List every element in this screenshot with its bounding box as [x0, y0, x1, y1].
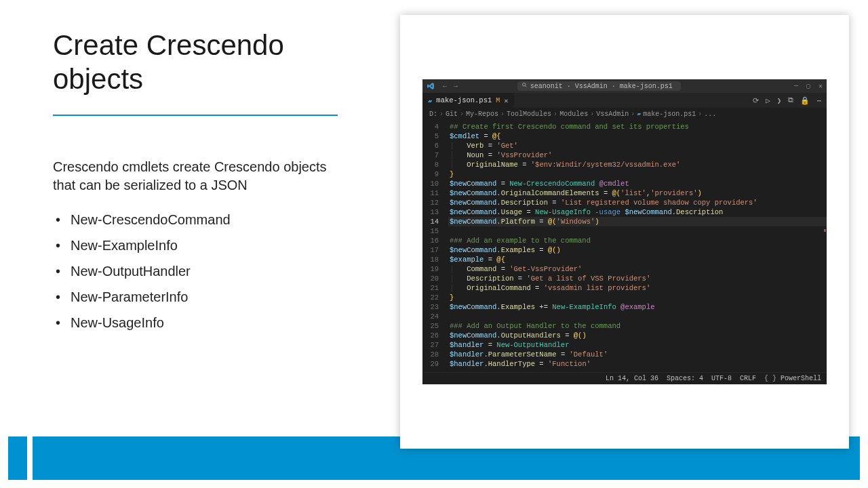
code-line: 16### Add an example to the command — [422, 236, 827, 245]
text-column: Create Crescendo objects Crescendo cmdle… — [53, 28, 344, 336]
run-icon[interactable]: ▷ — [766, 96, 770, 105]
code-line: 28$handler.ParameterSetName = 'Default' — [422, 350, 827, 359]
crumb[interactable]: make-json.ps1 — [643, 110, 696, 118]
close-icon[interactable]: ✕ — [818, 82, 823, 90]
command-center[interactable]: seanonit · VssAdmin · make-json.ps1 — [517, 81, 681, 91]
code-line: 13$newCommand.Usage = New-UsageInfo -usa… — [422, 207, 827, 217]
overview-ruler-marker — [824, 229, 826, 232]
tab-git-status: M — [496, 97, 500, 104]
crumb[interactable]: D: — [429, 110, 437, 118]
run-below-icon[interactable]: ⟳ — [753, 96, 759, 105]
code-line: 17$newCommand.Examples = @() — [422, 245, 827, 255]
statusbar: Ln 14, Col 36 Spaces: 4 UTF-8 CRLF { } P… — [422, 372, 827, 384]
status-position[interactable]: Ln 14, Col 36 — [606, 375, 658, 382]
tab-filename: make-json.ps1 — [436, 96, 492, 104]
crumb[interactable]: Modules — [559, 110, 588, 118]
split-editor-icon[interactable]: ⧉ — [788, 96, 793, 104]
status-spaces[interactable]: Spaces: 4 — [667, 375, 703, 382]
breadcrumbs[interactable]: D:› Git› My-Repos› ToolModules› Modules›… — [422, 108, 827, 121]
code-line: 25### Add an Output Handler to the comma… — [422, 321, 827, 331]
lock-icon[interactable]: 🔒 — [800, 96, 810, 105]
more-actions-icon[interactable]: ⋯ — [816, 96, 821, 105]
code-line: 8│ OriginalName = '$env:Windir/system32/… — [422, 160, 827, 169]
vscode-tab-row: ▰ make-json.ps1 M ✕ ⟳ ▷ ❯ ⧉ 🔒 ⋯ — [422, 93, 827, 108]
crumb[interactable]: ... — [704, 110, 716, 118]
code-line: 21│ OriginalCommand = 'vssadmin list pro… — [422, 283, 827, 293]
svg-point-0 — [522, 83, 526, 87]
tab-close-icon[interactable]: ✕ — [504, 96, 508, 105]
editor-tab[interactable]: ▰ make-json.ps1 M ✕ — [422, 93, 515, 108]
code-line: 4## Create first Crescendo command and s… — [422, 122, 827, 131]
list-item: New-OutputHandler — [53, 258, 344, 284]
code-line: 6│ Verb = 'Get' — [422, 141, 827, 150]
history-nav: ← → — [443, 83, 458, 90]
code-line: 29$handler.HandlerType = 'Function' — [422, 359, 827, 369]
powershell-file-icon: ▰ — [637, 110, 641, 118]
vscode-window: ← → seanonit · VssAdmin · make-json.ps1 … — [422, 79, 827, 384]
code-line: 5$cmdlet = @{ — [422, 131, 827, 141]
list-item: New-ParameterInfo — [53, 284, 344, 310]
code-line: 15 — [422, 226, 827, 236]
code-lines: 4## Create first Crescendo command and s… — [422, 121, 827, 371]
forward-icon[interactable]: → — [454, 83, 458, 90]
code-line: 26$newCommand.OutputHandlers = @() — [422, 331, 827, 340]
code-line: 20│ Description = 'Get a list of VSS Pro… — [422, 274, 827, 283]
crumb[interactable]: Git — [446, 110, 458, 118]
list-item: New-CrescendoCommand — [53, 207, 344, 232]
debug-icon[interactable]: ❯ — [777, 96, 782, 105]
code-line: 7│ Noun = 'VssProvider' — [422, 150, 827, 160]
code-line: 19│ Command = 'Get-VssProvider' — [422, 264, 827, 274]
editor-actions: ⟳ ▷ ❯ ⧉ 🔒 ⋯ — [753, 93, 827, 108]
code-line: 10$newCommand = New-CrescendoCommand @cm… — [422, 179, 827, 188]
status-language[interactable]: { } PowerShell — [764, 375, 821, 382]
slide-lead: Crescendo cmdlets create Crescendo objec… — [53, 158, 344, 195]
code-line: 9} — [422, 169, 827, 179]
editor-area[interactable]: 4## Create first Crescendo command and s… — [422, 121, 827, 372]
code-line: 23$newCommand.Examples += New-ExampleInf… — [422, 302, 827, 312]
search-icon — [521, 82, 528, 90]
screenshot-card: ← → seanonit · VssAdmin · make-json.ps1 … — [400, 15, 849, 449]
crumb[interactable]: ToolModules — [507, 110, 551, 118]
powershell-file-icon: ▰ — [428, 96, 432, 105]
vscode-titlebar: ← → seanonit · VssAdmin · make-json.ps1 … — [422, 79, 827, 93]
code-line: 22} — [422, 293, 827, 302]
svg-line-1 — [525, 86, 526, 87]
list-item: New-ExampleInfo — [53, 232, 344, 258]
code-line: 18$example = @{ — [422, 255, 827, 264]
back-icon[interactable]: ← — [443, 83, 447, 90]
code-line: 12$newCommand.Description = 'List regist… — [422, 198, 827, 207]
cmdlet-list: New-CrescendoCommand New-ExampleInfo New… — [53, 207, 344, 336]
vscode-logo-icon — [427, 82, 435, 90]
crumb[interactable]: VssAdmin — [596, 110, 629, 118]
title-rule — [53, 115, 338, 116]
code-line: 14$newCommand.Platform = @('Windows') — [422, 217, 827, 226]
accent-square — [8, 436, 27, 480]
status-eol[interactable]: CRLF — [740, 375, 756, 382]
code-line: 11$newCommand.OriginalCommandElements = … — [422, 188, 827, 198]
command-center-text: seanonit · VssAdmin · make-json.ps1 — [530, 83, 673, 90]
status-encoding[interactable]: UTF-8 — [711, 375, 732, 382]
maximize-icon[interactable]: ▢ — [806, 82, 810, 90]
code-line: 27$handler = New-OutputHandler — [422, 340, 827, 350]
crumb[interactable]: My-Repos — [466, 110, 498, 118]
minimize-icon[interactable]: — — [794, 82, 798, 90]
slide-title: Create Crescendo objects — [53, 28, 344, 96]
code-line: 24 — [422, 312, 827, 321]
list-item: New-UsageInfo — [53, 310, 344, 336]
